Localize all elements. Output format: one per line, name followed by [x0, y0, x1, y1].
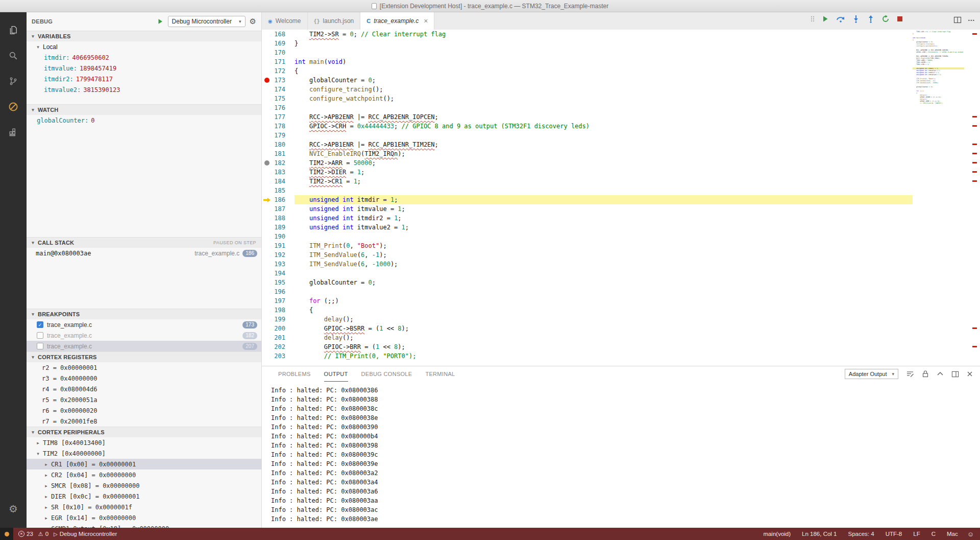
- code-line[interactable]: 172{: [262, 66, 913, 76]
- code-line[interactable]: 191 ITM_Print(0, "Boot");: [262, 241, 913, 250]
- feedback-smiley-icon[interactable]: ☺: [967, 530, 974, 538]
- variable-row[interactable]: itmdir2: 1799478117: [27, 74, 261, 84]
- toolbar-drag-handle-icon[interactable]: [811, 15, 815, 23]
- continue-button[interactable]: [821, 15, 829, 23]
- code-line[interactable]: 201 delay();: [262, 333, 913, 342]
- panel-layout-icon[interactable]: [951, 370, 959, 378]
- status-item[interactable]: LF: [913, 531, 920, 537]
- code-line[interactable]: 198 {: [262, 306, 913, 315]
- code-line[interactable]: 189 unsigned int itmvalue2 = 1;: [262, 223, 913, 232]
- breakpoint-checkbox[interactable]: ✓: [37, 321, 43, 328]
- code-line[interactable]: 170: [262, 48, 913, 57]
- debug-status[interactable]: ▷ Debug Microcontroller: [54, 531, 117, 537]
- breakpoint-row[interactable]: trace_example.c207: [27, 341, 261, 351]
- code-line[interactable]: 203 // ITM_Print(0, "PORT0");: [262, 351, 913, 361]
- status-item[interactable]: Ln 186, Col 1: [802, 531, 837, 537]
- peripheral-row[interactable]: ▸CR1 [0x00] = 0x00000001: [27, 459, 261, 469]
- breakpoint-icon[interactable]: [264, 78, 270, 83]
- configure-launch-gear-icon[interactable]: ⚙: [250, 17, 256, 26]
- variable-row[interactable]: itmvalue2: 3815390123: [27, 84, 261, 95]
- cortex-peripherals-section-header[interactable]: ▾ CORTEX PERIPHERALS: [27, 427, 261, 437]
- peripheral-row[interactable]: ▾TIM2 [0x40000000]: [27, 448, 261, 459]
- step-over-button[interactable]: [836, 15, 845, 23]
- breakpoints-section-header[interactable]: ▾ BREAKPOINTS: [27, 309, 261, 319]
- code-line[interactable]: 202 GPIOC->BRR = (1 << 8);: [262, 342, 913, 351]
- code-line[interactable]: 200 GPIOC->BSRR = (1 << 8);: [262, 324, 913, 333]
- explorer-icon[interactable]: [0, 17, 27, 43]
- peripheral-row[interactable]: ▸SR [0x10] = 0x0000001f: [27, 502, 261, 512]
- register-row[interactable]: r6 = 0x00000020: [27, 405, 261, 416]
- lock-scroll-icon[interactable]: [922, 370, 929, 378]
- scope-local-row[interactable]: ▾ Local: [27, 41, 261, 52]
- editor-tab-welcome[interactable]: ◉Welcome: [262, 12, 308, 30]
- search-icon[interactable]: [0, 43, 27, 68]
- minimap[interactable]: TIM2->SR = 0; // Clear interrupt flag}in…: [913, 30, 964, 366]
- watch-row[interactable]: globalCounter: 0: [27, 115, 261, 126]
- code-line[interactable]: 188 unsigned int itmdir2 = 1;: [262, 214, 913, 223]
- code-line[interactable]: 190: [262, 232, 913, 241]
- more-actions-icon[interactable]: ⋯: [968, 16, 975, 24]
- code-line[interactable]: 174 configure_tracing();: [262, 85, 913, 94]
- debug-icon[interactable]: [0, 94, 27, 120]
- step-out-button[interactable]: [867, 15, 875, 23]
- code-line[interactable]: 184 TIM2->CR1 = 1;: [262, 177, 913, 186]
- clear-output-icon[interactable]: [906, 370, 914, 378]
- debug-config-dropdown[interactable]: Debug Microcontroller ▾: [168, 16, 246, 27]
- call-stack-section-header[interactable]: ▾ CALL STACK PAUSED ON STEP: [27, 237, 261, 248]
- variable-row[interactable]: itmdir: 4066950602: [27, 52, 261, 63]
- breakpoint-row[interactable]: trace_example.c182: [27, 330, 261, 341]
- panel-tab-problems[interactable]: PROBLEMS: [278, 366, 311, 382]
- status-item[interactable]: Mac: [947, 531, 958, 537]
- start-debugging-button[interactable]: [157, 18, 164, 25]
- output-log[interactable]: Info : halted: PC: 0x08000386Info : halt…: [262, 382, 980, 524]
- restart-button[interactable]: [881, 15, 890, 23]
- editor-tab-trace_example-c[interactable]: Ctrace_example.c×: [360, 12, 434, 30]
- editor-tab-launch-json[interactable]: {}launch.json: [308, 12, 361, 30]
- code-line[interactable]: 173 globalCounter = 0;: [262, 76, 913, 85]
- peripheral-row[interactable]: ▸TIM8 [0x40013400]: [27, 437, 261, 448]
- code-line[interactable]: 186 unsigned int itmdir = 1;: [262, 195, 913, 204]
- code-line[interactable]: 176: [262, 103, 913, 112]
- breakpoint-disabled-icon[interactable]: [264, 160, 270, 166]
- close-panel-icon[interactable]: [967, 371, 973, 377]
- warning-count[interactable]: ⚠ 0: [38, 531, 48, 537]
- breakpoint-row[interactable]: ✓trace_example.c173: [27, 319, 261, 330]
- code-line[interactable]: 179: [262, 131, 913, 140]
- maximize-panel-chevron-icon[interactable]: [937, 370, 944, 378]
- status-item[interactable]: UTF-8: [886, 531, 902, 537]
- register-row[interactable]: r5 = 0x2000051a: [27, 394, 261, 405]
- code-line[interactable]: 177 RCC->APB2ENR |= RCC_APB2ENR_IOPCEN;: [262, 112, 913, 122]
- code-line[interactable]: 171int main(void): [262, 57, 913, 66]
- code-line[interactable]: 199 delay();: [262, 315, 913, 324]
- code-line[interactable]: 183 TIM2->DIER = 1;: [262, 168, 913, 177]
- variables-section-header[interactable]: ▾ VARIABLES: [27, 31, 261, 41]
- extensions-icon[interactable]: [0, 120, 27, 145]
- source-control-icon[interactable]: [0, 68, 27, 94]
- stop-button[interactable]: [896, 15, 903, 22]
- watch-section-header[interactable]: ▾ WATCH: [27, 104, 261, 115]
- panel-tab-terminal[interactable]: TERMINAL: [425, 366, 455, 382]
- code-line[interactable]: 178 GPIOC->CRH = 0x44444433; // GPIOC 8 …: [262, 122, 913, 131]
- code-line[interactable]: 194: [262, 269, 913, 278]
- breakpoint-checkbox[interactable]: [37, 332, 43, 339]
- code-line[interactable]: 169}: [262, 39, 913, 48]
- register-row[interactable]: r3 = 0x40000000: [27, 373, 261, 384]
- output-channel-dropdown[interactable]: Adapter Output ▾: [845, 369, 898, 379]
- code-line[interactable]: 181 NVIC_EnableIRQ(TIM2_IRQn);: [262, 149, 913, 158]
- panel-tab-output[interactable]: OUTPUT: [324, 366, 348, 382]
- peripheral-row[interactable]: ▸EGR [0x14] = 0x00000000: [27, 512, 261, 523]
- code-editor[interactable]: 168 TIM2->SR = 0; // Clear interrupt fla…: [262, 30, 980, 366]
- status-item[interactable]: main(void): [763, 531, 791, 537]
- peripheral-row[interactable]: ▸DIER [0x0c] = 0x00000001: [27, 491, 261, 502]
- status-item[interactable]: C: [932, 531, 936, 537]
- code-line[interactable]: 193 ITM_SendValue(6, -1000);: [262, 260, 913, 269]
- register-row[interactable]: r7 = 0x20001fe8: [27, 416, 261, 427]
- code-line[interactable]: 195 globalCounter = 0;: [262, 278, 913, 287]
- peripheral-row[interactable]: ▸CR2 [0x04] = 0x00000000: [27, 469, 261, 480]
- settings-gear-icon[interactable]: ⚙: [0, 496, 27, 522]
- call-stack-frame[interactable]: main@0x080003aetrace_example.c186: [27, 248, 261, 259]
- peripheral-row[interactable]: ▸CCMR1_Output [0x18] = 0x00000000: [27, 523, 261, 528]
- close-tab-icon[interactable]: ×: [424, 17, 428, 25]
- code-line[interactable]: 168 TIM2->SR = 0; // Clear interrupt fla…: [262, 30, 913, 39]
- code-line[interactable]: 192 ITM_SendValue(6, -1);: [262, 250, 913, 260]
